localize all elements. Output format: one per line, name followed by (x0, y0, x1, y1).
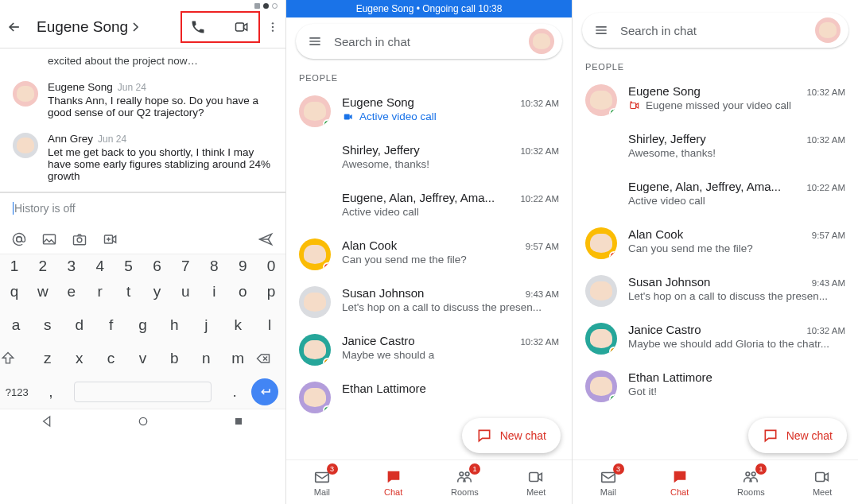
chat-row[interactable]: Janice Castro10:32 AMMaybe we should add… (573, 315, 858, 362)
back-icon[interactable] (6, 19, 25, 35)
chat-time: 10:32 AM (520, 99, 559, 108)
chat-title[interactable]: Eugene Song (37, 18, 139, 36)
key-o[interactable]: o (228, 283, 257, 300)
key-r[interactable]: r (86, 283, 115, 300)
new-chat-fab[interactable]: New chat (462, 418, 561, 453)
key-t[interactable]: t (115, 283, 143, 300)
nav-rooms[interactable]: 1Rooms (429, 460, 501, 504)
avatar (585, 132, 617, 164)
key-m[interactable]: m (222, 350, 254, 367)
svg-rect-0 (236, 23, 244, 31)
chat-row[interactable]: Alan Cook9:57 AMCan you send me the file… (286, 231, 572, 278)
key-k[interactable]: k (222, 316, 254, 334)
key-w[interactable]: w (29, 283, 57, 300)
menu-icon[interactable] (307, 33, 323, 49)
camera-icon[interactable] (72, 231, 87, 247)
nav-meet[interactable]: Meet (500, 460, 572, 504)
nav-chat[interactable]: Chat (358, 460, 429, 504)
image-icon[interactable] (41, 231, 57, 247)
key-6[interactable]: 6 (143, 258, 172, 275)
key-l[interactable]: l (254, 316, 285, 334)
snippet: Active video call (342, 206, 559, 218)
key-u[interactable]: u (171, 283, 200, 300)
key-n[interactable]: n (190, 350, 222, 367)
chat-row[interactable]: Janice Castro10:32 AMMaybe we should a (286, 326, 572, 374)
search-bar[interactable]: Search in chat (582, 13, 848, 48)
chat-row[interactable]: Eugene, Alan, Jeffrey, Ama...10:22 AMAct… (286, 183, 572, 231)
compose-area[interactable]: History is off (0, 192, 285, 223)
key-j[interactable]: j (190, 316, 222, 334)
video-add-icon[interactable] (102, 231, 119, 247)
send-icon[interactable] (257, 231, 274, 247)
menu-icon[interactable] (593, 22, 609, 38)
chat-row[interactable]: Ethan LattimoreGot it! (573, 362, 858, 410)
search-bar[interactable]: Search in chat (296, 24, 562, 59)
key-3[interactable]: 3 (57, 258, 86, 275)
snippet: Maybe we should add Gloria to the chatr.… (628, 338, 845, 350)
svg-rect-12 (316, 472, 329, 482)
key-h[interactable]: h (158, 316, 190, 334)
phone-icon[interactable] (190, 19, 206, 35)
key-s[interactable]: s (32, 316, 64, 334)
account-avatar[interactable] (529, 29, 554, 54)
key-v[interactable]: v (127, 350, 159, 367)
nav-home-icon[interactable] (137, 415, 149, 428)
key-a[interactable]: a (0, 316, 32, 334)
key-g[interactable]: g (127, 316, 159, 334)
key-d[interactable]: d (64, 316, 95, 334)
sym-key[interactable]: ?123 (0, 386, 34, 398)
space-key[interactable] (74, 382, 212, 402)
chat-row[interactable]: Ethan Lattimore (286, 374, 572, 421)
key-2[interactable]: 2 (29, 258, 57, 275)
key-c[interactable]: c (95, 350, 127, 367)
nav-mail[interactable]: 3Mail (573, 460, 644, 504)
backspace-key[interactable] (254, 351, 285, 366)
comma-key[interactable]: , (34, 383, 68, 401)
key-7[interactable]: 7 (171, 258, 200, 275)
nav-chat[interactable]: Chat (644, 460, 716, 504)
key-f[interactable]: f (95, 316, 127, 334)
key-x[interactable]: x (64, 350, 95, 367)
period-key[interactable]: . (218, 383, 252, 401)
video-icon[interactable] (233, 19, 250, 35)
chat-row[interactable]: Eugene, Alan, Jeffrey, Ama...10:22 AMAct… (573, 172, 858, 219)
key-1[interactable]: 1 (0, 258, 29, 275)
nav-rooms[interactable]: 1Rooms (716, 460, 787, 504)
phone-c: Search in chat PEOPLE Eugene Song10:32 A… (573, 0, 858, 504)
key-y[interactable]: y (143, 283, 172, 300)
key-b[interactable]: b (158, 350, 190, 367)
chat-row[interactable]: Susan Johnson9:43 AMLet's hop on a call … (286, 278, 572, 326)
key-q[interactable]: q (0, 283, 29, 300)
nav-back-icon[interactable] (41, 415, 54, 428)
chat-row[interactable]: Eugene Song10:32 AMEugene missed your vi… (573, 76, 858, 124)
more-icon[interactable] (266, 19, 279, 35)
conversation-header: Eugene Song (0, 6, 285, 48)
key-i[interactable]: i (200, 283, 228, 300)
key-4[interactable]: 4 (86, 258, 115, 275)
keyboard[interactable]: 1234567890 qwertyuiop asdfghjkl zxcvbnm … (0, 254, 285, 409)
mention-icon[interactable] (11, 231, 27, 247)
search-placeholder: Search in chat (620, 24, 804, 37)
chat-row[interactable]: Shirley, Jeffery10:32 AMAwesome, thanks! (573, 124, 858, 172)
chat-row[interactable]: Alan Cook9:57 AMCan you send me the file… (573, 219, 858, 267)
key-0[interactable]: 0 (257, 258, 285, 275)
new-chat-fab[interactable]: New chat (748, 418, 847, 453)
key-p[interactable]: p (257, 283, 285, 300)
bottom-nav: 3Mail Chat 1Rooms Meet (286, 459, 572, 504)
nav-recent-icon[interactable] (233, 416, 244, 427)
key-8[interactable]: 8 (200, 258, 228, 275)
enter-key[interactable] (251, 378, 285, 405)
chat-name: Shirley, Jeffery (628, 132, 800, 145)
ongoing-call-bar[interactable]: Eugene Song • Ongoing call 10:38 (286, 0, 572, 17)
chat-row[interactable]: Shirley, Jeffery10:32 AMAwesome, thanks! (286, 135, 572, 183)
nav-mail[interactable]: 3Mail (286, 460, 358, 504)
key-z[interactable]: z (32, 350, 64, 367)
account-avatar[interactable] (815, 17, 841, 43)
chat-row[interactable]: Eugene Song10:32 AMActive video call (286, 87, 572, 135)
key-9[interactable]: 9 (228, 258, 257, 275)
shift-key[interactable] (0, 351, 32, 366)
chat-row[interactable]: Susan Johnson9:43 AMLet's hop on a call … (573, 267, 858, 315)
key-5[interactable]: 5 (115, 258, 143, 275)
key-e[interactable]: e (57, 283, 86, 300)
nav-meet[interactable]: Meet (786, 460, 858, 504)
